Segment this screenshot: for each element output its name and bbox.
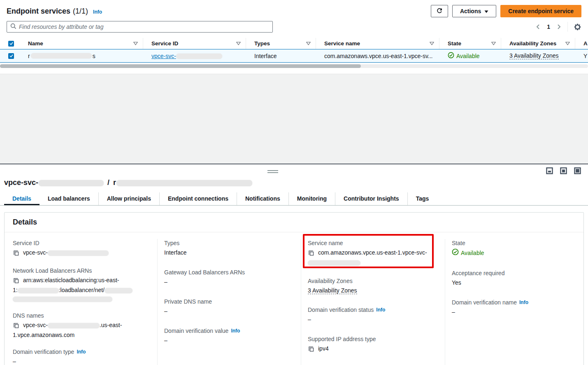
previous-page-button[interactable]	[535, 24, 541, 30]
actions-label: Actions	[460, 8, 481, 14]
field-gateway-load-balancer-arns: Gateway Load Balancers ARNs –	[164, 268, 294, 286]
panel-title: vpce-svc- / r	[4, 178, 581, 187]
redacted-text	[48, 250, 109, 256]
tab-contributor-insights[interactable]: Contributor Insights	[335, 192, 407, 205]
service-id-link[interactable]: vpce-svc-	[151, 53, 222, 59]
info-link[interactable]: Info	[93, 9, 102, 15]
copy-icon[interactable]	[308, 250, 314, 258]
actions-button[interactable]: Actions	[452, 5, 496, 17]
sort-icon[interactable]	[565, 40, 570, 47]
sort-icon[interactable]	[133, 40, 138, 47]
cell-clipped: Y	[575, 49, 588, 62]
tab-notifications[interactable]: Notifications	[237, 192, 288, 205]
panel-tabs: Details Load balancers Allow principals …	[0, 192, 588, 206]
available-check-icon	[452, 248, 459, 258]
current-page[interactable]: 1	[545, 23, 552, 30]
resource-count: (1/1)	[73, 7, 88, 16]
endpoint-services-table: Name Service ID Types Service name State…	[0, 38, 588, 74]
redacted-text	[31, 53, 92, 58]
field-network-load-balancer-arns: Network Load Balancers ARNs arn:aws:elas…	[13, 267, 151, 303]
details-card: Details Service ID vpce-svc- Network Loa…	[4, 212, 584, 365]
copy-icon[interactable]	[13, 250, 19, 258]
field-acceptance-required: Acceptance required Yes	[452, 269, 569, 287]
sort-icon[interactable]	[306, 40, 311, 47]
field-types: Types Interface	[164, 239, 294, 257]
cell-service-id: vpce-svc-	[143, 49, 246, 62]
details-column-4: State Available Acceptance required Yes	[445, 239, 575, 365]
endpoint-services-section: Endpoint services (1/1) Info Actions Cre…	[0, 0, 588, 74]
horizontal-scrollbar[interactable]	[0, 64, 588, 68]
info-link[interactable]: Info	[376, 306, 385, 314]
column-header-service-name[interactable]: Service name	[316, 38, 439, 49]
copy-icon[interactable]	[13, 322, 19, 331]
redacted-text	[13, 297, 112, 302]
panel-size-small-icon[interactable]	[546, 167, 553, 175]
select-all-checkbox[interactable]	[8, 41, 14, 47]
tab-details[interactable]: Details	[4, 192, 40, 205]
search-icon	[10, 23, 16, 30]
field-dns-names: DNS names vpce-svc-.us-east- 1.vpce.amaz…	[13, 311, 151, 339]
cell-state: Available	[439, 49, 501, 62]
field-domain-verification-status: Domain verification statusInfo –	[308, 306, 438, 324]
column-header-availability-zones[interactable]: Availability Zones	[501, 38, 575, 49]
tab-monitoring[interactable]: Monitoring	[288, 192, 335, 205]
cell-service-name: com.amazonaws.vpce.us-east-1.vpce-sv...	[316, 49, 439, 62]
divider	[567, 22, 568, 32]
details-column-2: Types Interface Gateway Load Balancers A…	[158, 239, 301, 365]
redacted-text	[48, 323, 100, 328]
availability-zones-popover[interactable]: 3 Availability Zones	[308, 287, 357, 294]
settings-gear-icon[interactable]	[574, 23, 581, 31]
cell-name: rs	[20, 49, 143, 62]
sort-icon[interactable]	[430, 40, 434, 47]
panel-size-half-icon[interactable]	[560, 167, 567, 175]
refresh-button[interactable]	[431, 5, 448, 17]
column-header-clipped[interactable]: A	[575, 38, 588, 49]
field-availability-zones: Availability Zones 3 Availability Zones	[308, 277, 438, 295]
sort-icon[interactable]	[236, 40, 241, 47]
column-header-state[interactable]: State	[439, 38, 501, 49]
field-service-name: Service name com.amazonaws.vpce.us-east-…	[308, 239, 438, 267]
panel-resize-handle[interactable]	[267, 170, 278, 174]
field-service-id: Service ID vpce-svc-	[13, 239, 151, 258]
info-link[interactable]: Info	[231, 327, 240, 335]
copy-icon[interactable]	[308, 346, 314, 354]
panel-size-full-icon[interactable]	[574, 167, 581, 175]
details-heading: Details	[5, 213, 583, 232]
sort-icon[interactable]	[491, 40, 496, 47]
field-domain-verification-name: Domain verification nameInfo –	[452, 298, 569, 316]
next-page-button[interactable]	[556, 24, 562, 30]
row-checkbox[interactable]	[8, 53, 14, 59]
scrollbar-thumb[interactable]	[0, 64, 361, 68]
tab-load-balancers[interactable]: Load balancers	[40, 192, 98, 205]
page-background	[0, 74, 588, 164]
copy-icon[interactable]	[13, 277, 19, 286]
details-column-3: Service name com.amazonaws.vpce.us-east-…	[301, 239, 445, 365]
column-header-service-id[interactable]: Service ID	[143, 38, 246, 49]
redacted-text	[18, 288, 59, 293]
create-endpoint-service-button[interactable]: Create endpoint service	[500, 5, 581, 17]
field-supported-ip-address-type: Supported IP address type ipv4	[308, 335, 438, 354]
cell-availability-zones: 3 Availability Zones	[501, 49, 575, 62]
search-box[interactable]	[7, 21, 273, 33]
details-split-panel: vpce-svc- / r Details Load balancers All…	[0, 164, 588, 365]
field-private-dns-name: Private DNS name –	[164, 297, 294, 316]
tab-allow-principals[interactable]: Allow principals	[98, 192, 159, 205]
details-column-1: Service ID vpce-svc- Network Load Balanc…	[13, 239, 158, 365]
table-row[interactable]: rs vpce-svc- Interface com.amazonaws.vpc…	[0, 49, 588, 63]
redacted-text	[39, 180, 104, 186]
field-domain-verification-value: Domain verification valueInfo –	[164, 327, 294, 345]
info-link[interactable]: Info	[519, 298, 528, 307]
tab-tags[interactable]: Tags	[407, 192, 437, 205]
redacted-text	[116, 180, 252, 186]
field-domain-verification-type: Domain verification typeInfo –	[13, 348, 151, 365]
search-input[interactable]	[19, 23, 269, 30]
field-state: State Available	[452, 239, 569, 258]
table-header-row: Name Service ID Types Service name State…	[0, 38, 588, 49]
page-title: Endpoint services	[7, 7, 70, 16]
info-link[interactable]: Info	[77, 348, 86, 356]
column-header-name[interactable]: Name	[20, 38, 143, 49]
column-header-types[interactable]: Types	[246, 38, 316, 49]
tab-endpoint-connections[interactable]: Endpoint connections	[159, 192, 237, 205]
cell-types: Interface	[246, 49, 316, 62]
availability-zones-popover[interactable]: 3 Availability Zones	[509, 52, 559, 59]
